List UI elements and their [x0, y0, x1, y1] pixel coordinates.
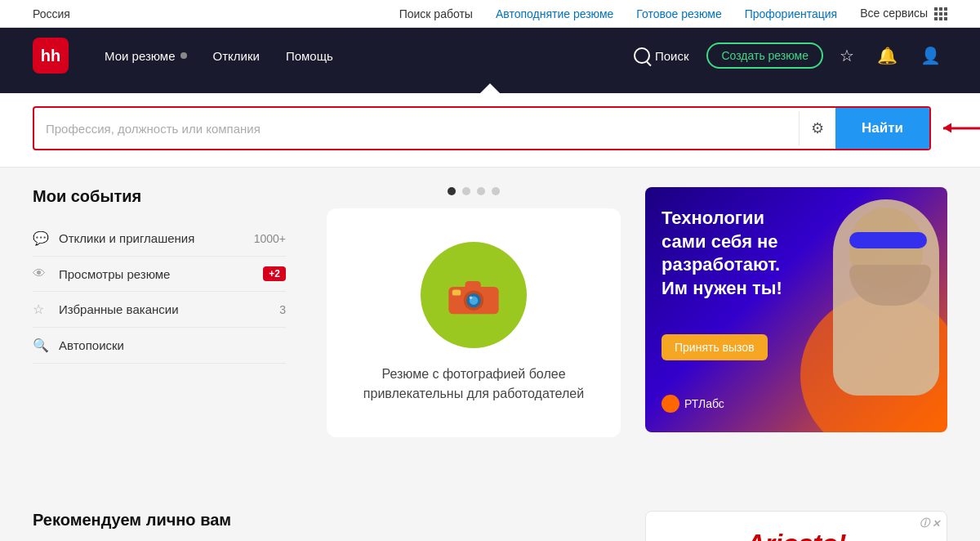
bust-glasses — [849, 232, 927, 248]
grid-icon — [934, 7, 947, 20]
notifications-button[interactable]: 🔔 — [871, 42, 904, 69]
carousel-dots — [327, 187, 621, 195]
ariosto-text: Ariosto! — [746, 529, 847, 541]
ad-text: Технологии сами себя не разработают. Им … — [662, 207, 810, 300]
top-nav-all-services[interactable]: Все сервисы — [860, 7, 947, 20]
header-nav-help[interactable]: Помощь — [273, 28, 346, 83]
event-item-autosearch[interactable]: 🔍 Автопоиски — [33, 328, 286, 364]
promo-text: Резюме с фотографией более привлекательн… — [363, 364, 584, 404]
favorites-button[interactable]: ☆ — [833, 42, 861, 69]
svg-rect-5 — [466, 281, 481, 290]
header-nav: Мои резюме Отклики Помощь — [91, 28, 626, 83]
arrow-indicator — [943, 127, 980, 130]
header-search-button[interactable]: Поиск — [626, 47, 697, 64]
profile-button[interactable]: 👤 — [914, 42, 947, 69]
arrow-line — [943, 127, 980, 130]
star-icon: ☆ — [33, 302, 51, 317]
eye-icon: 👁 — [33, 266, 51, 281]
recommend-title: Рекомендуем лично вам — [33, 511, 612, 530]
search-bar: ⚙ Найти — [33, 106, 931, 150]
main-content: Мои события 💬 Отклики и приглашения 1000… — [0, 168, 980, 511]
header-right: Поиск Создать резюме ☆ 🔔 👤 — [626, 42, 947, 69]
top-nav-ready-resume[interactable]: Готовое резюме — [636, 7, 721, 20]
dot-2[interactable] — [462, 187, 470, 195]
header-nav-responses[interactable]: Отклики — [200, 28, 273, 83]
right-ad: Технологии сами себя не разработают. Им … — [637, 187, 947, 491]
hh-logo[interactable]: hh — [33, 38, 69, 74]
event-item-responses[interactable]: 💬 Отклики и приглашения 1000+ — [33, 221, 286, 257]
left-sidebar: Мои события 💬 Отклики и приглашения 1000… — [33, 187, 310, 491]
ariosto-banner: Ariosto! ⓘ ✕ — [645, 511, 947, 541]
triangle-indicator — [480, 83, 500, 93]
dot-4[interactable] — [492, 187, 500, 195]
top-nav-autolift[interactable]: Автоподнятие резюме — [496, 7, 613, 20]
my-events-title: Мои события — [33, 187, 286, 206]
find-button[interactable]: Найти — [835, 108, 929, 149]
header: hh Мои резюме Отклики Помощь Поиск Созда… — [0, 28, 980, 83]
search-bar-wrap: ⚙ Найти — [33, 106, 931, 150]
top-nav: Поиск работы Автоподнятие резюме Готовое… — [399, 7, 947, 20]
chat-icon: 💬 — [33, 230, 51, 246]
top-bar: Россия Поиск работы Автоподнятие резюме … — [0, 0, 980, 28]
create-resume-button[interactable]: Создать резюме — [706, 42, 823, 69]
bottom-row: Рекомендуем лично вам Менеджер проектов … — [33, 511, 947, 541]
ad-banner: Технологии сами себя не разработают. Им … — [645, 187, 947, 432]
search-input[interactable] — [34, 112, 799, 145]
header-nav-my-resume[interactable]: Мои резюме — [91, 28, 200, 83]
event-item-favorites[interactable]: ☆ Избранные вакансии 3 — [33, 292, 286, 328]
search-icon — [634, 47, 650, 64]
second-ad: Ariosto! ⓘ ✕ — [637, 511, 947, 541]
svg-point-4 — [470, 296, 473, 299]
autosearch-icon: 🔍 — [33, 338, 51, 353]
rtlabs-logo-icon — [662, 395, 679, 413]
event-item-views[interactable]: 👁 Просмотры резюме +2 — [33, 257, 286, 292]
ad-logo: РТЛабс — [662, 395, 931, 413]
ad-accept-button[interactable]: Принять вызов — [662, 334, 768, 360]
filter-icon-button[interactable]: ⚙ — [799, 111, 835, 145]
bust-decor-wrap — [808, 187, 947, 424]
search-section: ⚙ Найти — [0, 93, 980, 168]
top-nav-orientation[interactable]: Профориентация — [745, 7, 838, 20]
bottom-section: Рекомендуем лично вам Менеджер проектов … — [0, 511, 980, 541]
ad-close-button[interactable]: ⓘ ✕ — [920, 516, 940, 530]
region-label: Россия — [33, 7, 70, 20]
resume-dot — [180, 52, 187, 59]
top-nav-search[interactable]: Поиск работы — [399, 7, 473, 20]
camera-icon-wrap — [421, 242, 527, 348]
svg-rect-6 — [452, 289, 461, 295]
dot-1[interactable] — [448, 187, 456, 195]
recommend-section: Рекомендуем лично вам Менеджер проектов … — [33, 511, 612, 541]
dot-3[interactable] — [477, 187, 485, 195]
camera-icon — [445, 273, 502, 318]
header-triangle-wrap — [0, 83, 980, 93]
center-content: Резюме с фотографией более привлекательн… — [310, 187, 637, 491]
promo-card: Резюме с фотографией более привлекательн… — [327, 208, 621, 437]
